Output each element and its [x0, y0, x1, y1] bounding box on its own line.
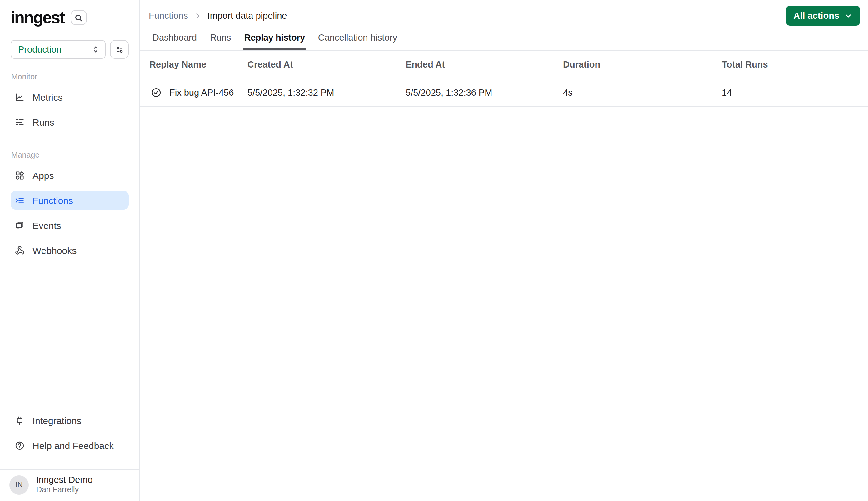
inngest-logo[interactable]: inngest	[11, 9, 64, 26]
help-circle-icon	[15, 441, 24, 450]
table-row[interactable]: Fix bug API-456 5/5/2025, 1:32:32 PM 5/5…	[140, 78, 868, 107]
sidebar-item-events[interactable]: Events	[11, 216, 129, 235]
user-org: Inngest Demo	[36, 475, 93, 486]
sidebar-spacer	[0, 266, 139, 411]
column-header-ended-at: Ended At	[406, 59, 563, 69]
chevron-right-icon	[194, 12, 202, 20]
sidebar-item-label: Apps	[33, 170, 54, 180]
tab-dashboard[interactable]: Dashboard	[153, 31, 197, 50]
list-icon	[15, 117, 24, 127]
apps-shapes-icon	[15, 170, 24, 180]
sidebar-item-help-and-feedback[interactable]: Help and Feedback	[11, 436, 129, 455]
sidebar-item-label: Runs	[33, 117, 54, 127]
avatar: IN	[9, 475, 29, 494]
breadcrumb-current-page: Import data pipeline	[208, 11, 287, 21]
app-root: inngest Production Monitor	[0, 0, 868, 501]
sidebar-item-metrics[interactable]: Metrics	[11, 87, 129, 106]
sidebar-item-runs[interactable]: Runs	[11, 113, 129, 131]
section-label-monitor: Monitor	[11, 73, 129, 81]
table-header: Replay Name Created At Ended At Duration…	[140, 51, 868, 78]
tab-bar: Dashboard Runs Replay history Cancellati…	[140, 31, 868, 51]
breadcrumb-functions-link[interactable]: Functions	[149, 11, 188, 21]
tab-cancellation-history[interactable]: Cancellation history	[318, 31, 397, 50]
sidebar-nav-manage: Manage Apps Functions Events	[0, 138, 139, 266]
environment-row: Production	[0, 26, 139, 59]
sidebar-item-label: Help and Feedback	[33, 440, 114, 451]
total-runs-cell: 14	[722, 87, 868, 97]
sidebar-item-integrations[interactable]: Integrations	[11, 411, 129, 430]
events-windows-icon	[15, 221, 24, 230]
main-content: Functions Import data pipeline All actio…	[140, 0, 868, 501]
duration-cell: 4s	[563, 87, 722, 97]
tab-runs[interactable]: Runs	[210, 31, 231, 50]
sidebar-item-label: Metrics	[33, 92, 63, 102]
environment-selector[interactable]: Production	[11, 40, 106, 59]
sidebar: inngest Production Monitor	[0, 0, 140, 501]
environment-settings-button[interactable]	[110, 40, 129, 59]
column-header-replay-name: Replay Name	[149, 59, 248, 69]
all-actions-button[interactable]: All actions	[786, 6, 860, 26]
environment-value: Production	[18, 44, 62, 54]
replay-name-cell: Fix bug API-456	[149, 87, 248, 97]
plug-icon	[15, 416, 24, 425]
user-name: Dan Farrelly	[36, 486, 93, 495]
all-actions-label: All actions	[793, 11, 839, 21]
user-menu[interactable]: IN Inngest Demo Dan Farrelly	[0, 470, 139, 501]
sidebar-item-functions[interactable]: Functions	[11, 191, 129, 210]
tab-replay-history[interactable]: Replay history	[244, 31, 305, 50]
function-list-icon	[15, 195, 24, 205]
sidebar-nav-footer: Integrations Help and Feedback	[0, 411, 139, 461]
chevrons-up-down-icon	[91, 45, 100, 54]
sidebar-item-label: Functions	[33, 195, 73, 205]
line-chart-icon	[15, 92, 24, 102]
sidebar-item-webhooks[interactable]: Webhooks	[11, 241, 129, 259]
breadcrumb: Functions Import data pipeline	[149, 11, 287, 21]
sidebar-item-label: Events	[33, 220, 61, 231]
created-at-cell: 5/5/2025, 1:32:32 PM	[248, 87, 406, 97]
user-info: Inngest Demo Dan Farrelly	[36, 475, 93, 495]
search-icon	[74, 13, 83, 22]
ended-at-cell: 5/5/2025, 1:32:36 PM	[406, 87, 563, 97]
sidebar-nav-monitor: Monitor Metrics Runs	[0, 59, 139, 138]
webhook-icon	[15, 245, 24, 255]
check-circle-icon	[151, 87, 161, 97]
column-header-total-runs: Total Runs	[722, 59, 868, 69]
column-header-duration: Duration	[563, 59, 722, 69]
logo-row: inngest	[0, 0, 139, 26]
topbar: Functions Import data pipeline All actio…	[140, 0, 868, 31]
column-header-created-at: Created At	[248, 59, 406, 69]
sidebar-item-apps[interactable]: Apps	[11, 166, 129, 184]
sliders-icon	[115, 45, 124, 54]
replay-name: Fix bug API-456	[169, 87, 234, 97]
search-button[interactable]	[70, 10, 87, 25]
sidebar-item-label: Integrations	[33, 415, 81, 426]
chevron-down-icon	[844, 12, 853, 20]
section-label-manage: Manage	[11, 151, 129, 160]
sidebar-item-label: Webhooks	[33, 245, 77, 256]
